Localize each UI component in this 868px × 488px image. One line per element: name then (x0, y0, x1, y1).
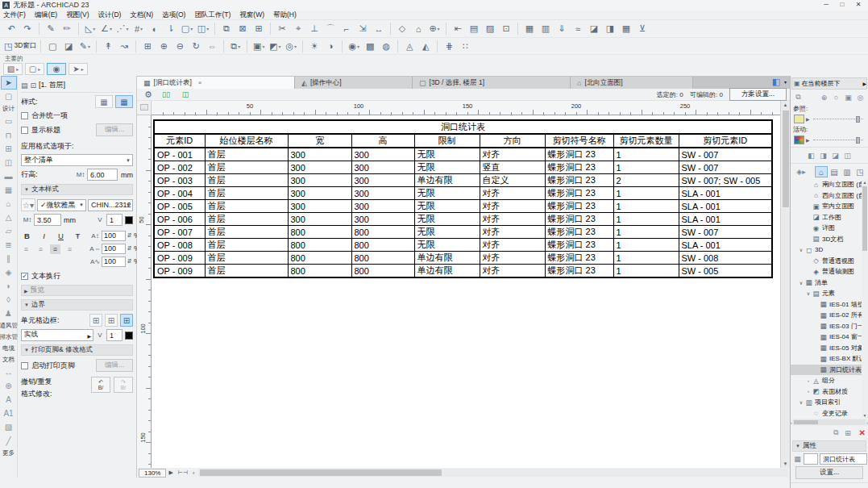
ruler-origin-button[interactable]: .. (137, 101, 152, 115)
reference-settings-icon[interactable]: ◎ (854, 92, 866, 102)
row-height-input[interactable]: 6.00 (87, 169, 118, 181)
tree-item-10[interactable]: ∨▦清单 (791, 277, 868, 289)
layout-window-icon[interactable]: ⊡ (793, 485, 805, 488)
menu-item-1[interactable]: 编辑(E) (35, 10, 57, 20)
pick-reference-icon[interactable]: ⊕ (818, 92, 830, 102)
review-icon[interactable]: ◭ (418, 40, 433, 53)
show-headline-checkbox[interactable] (21, 127, 28, 134)
align-left-button[interactable]: ≡ (21, 244, 31, 254)
table-row[interactable]: OP - 002首层300300无限竖直蝶形洞口 231SW - 007 (154, 161, 772, 174)
strikethrough-button[interactable]: Ŧ (72, 230, 84, 241)
group-icon[interactable]: ◫▾ (196, 22, 210, 35)
stretch-icon[interactable]: ↔ (372, 22, 386, 35)
undo-icon[interactable]: ↶ (4, 22, 19, 35)
active-color-swatch[interactable] (794, 136, 804, 144)
menu-item-5[interactable]: 选项(O) (162, 10, 185, 20)
char-width-input[interactable]: 100 (102, 244, 126, 254)
tree-item-12[interactable]: ▦IES-01 墙壁一览表 (791, 299, 868, 311)
render-settings-icon[interactable]: ◍ (379, 40, 393, 53)
mesh-tool-icon[interactable]: △ (1, 211, 17, 224)
text-wrap-checkbox[interactable] (21, 273, 28, 280)
clone-view-icon[interactable]: ⧉▾ (228, 40, 243, 53)
column-width-icon[interactable]: ▯▯ (159, 88, 173, 102)
show-active-icon[interactable]: ◨ (817, 150, 829, 161)
tree-item-20[interactable]: ›◩表面材质 (791, 386, 868, 398)
dock-palette-icon[interactable]: ⧉ (830, 428, 842, 438)
align-right-button[interactable]: ≡ (50, 244, 60, 254)
encoding-select[interactable]: CHIN...2312▼ (88, 199, 133, 211)
frame-icon[interactable]: ▢▾ (180, 22, 194, 35)
measure-icon[interactable]: ◺▾ (83, 22, 98, 35)
scroll-left-icon[interactable]: ‹ (791, 420, 792, 425)
tree-item-3[interactable]: ▣室内立面图 (791, 201, 868, 212)
tree-item-17[interactable]: ▦IES-BX 默认的BIM (791, 353, 868, 365)
layout-book-icon[interactable]: ▥ (841, 166, 853, 177)
grid-mini-icon[interactable]: ▤ (21, 81, 28, 90)
pin-icon[interactable]: ⇓ (554, 22, 569, 35)
pan-icon[interactable]: ⇔ (205, 40, 219, 53)
table-row[interactable]: OP - 009首层800800单边有限对齐蝶形洞口 231SW - 005 (154, 265, 772, 278)
zoom-menu-icon[interactable]: ▶ (168, 469, 172, 476)
tree-expander-icon[interactable]: ∨ (798, 247, 804, 252)
menu-item-2[interactable]: 视图(V) (66, 10, 89, 20)
chevron-down-icon[interactable]: ▾ (784, 79, 787, 85)
table-row[interactable]: OP - 003首层300300单边有限自定义蝶形洞口 232SW - 007;… (154, 174, 772, 187)
fillet-icon[interactable]: ⌒ (323, 22, 338, 35)
border-section[interactable]: ▼边界 (21, 299, 133, 311)
label-tool-icon[interactable]: A1 (1, 407, 17, 420)
publisher-icon[interactable]: ◳ (853, 166, 866, 177)
orbit-icon[interactable]: ↻ (189, 40, 203, 53)
border-none-button[interactable]: ⊞ (89, 314, 102, 327)
trace-reference-dropdown[interactable]: ▣ 在当前楼层下 ▶ (791, 77, 867, 90)
style-full-grid-button[interactable]: ▦ (115, 95, 133, 108)
object-tool-icon[interactable]: ♟ (1, 307, 17, 320)
horizontal-scrollbar[interactable] (198, 469, 788, 477)
reference-opacity-slider[interactable] (813, 115, 863, 123)
swap-icon[interactable]: ◪ (829, 150, 841, 161)
skylight-tool-icon[interactable]: ◊ (1, 293, 17, 307)
tree-item-19[interactable]: ›◬组分 (791, 375, 868, 386)
underline-button[interactable]: U (55, 230, 67, 241)
tree-item-16[interactable]: ▦IES-05 对象名录 (791, 343, 868, 354)
gear-icon[interactable]: ⚙ (141, 88, 156, 102)
table-row[interactable]: OP - 006首层300300无限对齐蝶形洞口 231SLA - 001 (154, 213, 772, 226)
perspective-icon[interactable]: ▢ (45, 40, 60, 53)
zoom-in-icon[interactable]: ⊕ (156, 40, 171, 53)
menu-item-4[interactable]: 文档(N) (130, 10, 153, 20)
window-tool-icon[interactable]: ⊞ (1, 142, 17, 156)
tree-item-2[interactable]: ⌂西向立面图 (自动重 (791, 190, 868, 202)
split-icon[interactable]: ✂ (275, 22, 289, 35)
dimension-icon[interactable]: ⇤ (451, 22, 465, 35)
snapshot-icon[interactable]: ◉▾ (347, 40, 361, 53)
style-compact-button[interactable]: ▦ (95, 95, 113, 108)
tree-item-4[interactable]: ◪工作图 (791, 212, 868, 223)
offset-icon[interactable]: ⌐ (339, 22, 354, 35)
table-row[interactable]: OP - 008首层800800无限对齐蝶形洞口 231SLA - 001 (154, 239, 772, 252)
active-opacity-slider[interactable] (813, 136, 863, 144)
snap-guides-icon[interactable]: ⋰▾ (115, 22, 130, 35)
close-icon[interactable]: × (198, 79, 202, 86)
align-justify-button[interactable]: ≡ (64, 244, 75, 254)
tree-expander-icon[interactable]: › (805, 389, 812, 394)
menu-item-6[interactable]: 团队工作(T) (194, 10, 230, 20)
align-center-button[interactable]: ≡ (35, 244, 46, 254)
line-type-select[interactable]: 实线▶ (21, 329, 93, 341)
schedule-icon[interactable]: ▦ (522, 22, 537, 35)
trace-reference-icon[interactable]: ⧉ (792, 92, 804, 102)
horizontal-scroll-thumb[interactable] (200, 469, 442, 476)
unlock-icon[interactable]: ⊞ (251, 22, 266, 35)
walk-mode-icon[interactable]: ↟ (101, 40, 115, 53)
trim-icon[interactable]: ⊥ (307, 22, 322, 35)
arrow-tool-button[interactable]: ➤▸ (69, 63, 88, 75)
line-spacing-input[interactable]: 100 (102, 231, 126, 241)
table-row[interactable]: OP - 009首层800800单边有限对齐蝶形洞口 231SW - 008 (154, 252, 772, 265)
adjust-icon[interactable]: ⌖ (291, 22, 305, 35)
tree-item-14[interactable]: ▦IES-03 门一览表 (791, 321, 868, 332)
scroll-down-icon[interactable]: ▼ (862, 412, 868, 419)
story-quick-button[interactable]: [1. 首层] (39, 80, 65, 90)
fly-mode-icon[interactable]: ↝ (117, 40, 131, 53)
morph-edit-icon[interactable]: ⌂ (411, 22, 426, 35)
sun-icon[interactable]: ☀ (307, 40, 322, 53)
menu-item-0[interactable]: 文件(F) (3, 10, 26, 20)
lock-icon[interactable]: ⊠ (235, 22, 250, 35)
